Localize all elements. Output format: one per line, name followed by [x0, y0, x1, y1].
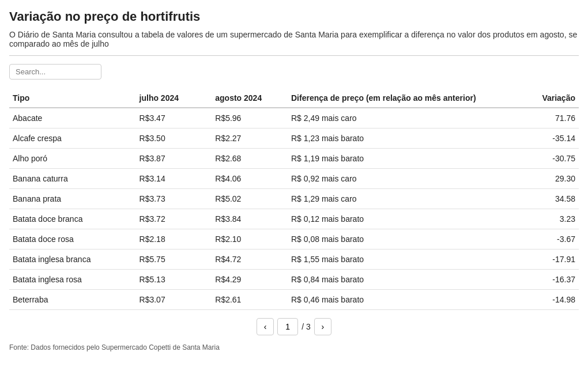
- search-wrap: [9, 64, 579, 80]
- cell-tipo: Alho poró: [9, 149, 136, 169]
- cell-tipo: Banana caturra: [9, 169, 136, 189]
- table-row: Batata inglesa rosaR$5.13R$4.29R$ 0,84 m…: [9, 270, 579, 290]
- cell-diferenca: R$ 1,23 mais barato: [288, 128, 503, 149]
- cell-diferenca: R$ 1,19 mais barato: [288, 149, 503, 169]
- col-header-agosto: agosto 2024: [212, 89, 288, 108]
- cell-tipo: Abacate: [9, 108, 136, 128]
- cell-variacao: 71.76: [503, 108, 579, 128]
- search-input[interactable]: [9, 64, 101, 80]
- cell-tipo: Banana prata: [9, 189, 136, 209]
- table-row: AbacateR$3.47R$5.96R$ 2,49 mais caro71.7…: [9, 108, 579, 128]
- table-row: Banana caturraR$3.14R$4.06R$ 0,92 mais c…: [9, 169, 579, 189]
- cell-variacao: 3.23: [503, 209, 579, 229]
- page-subtitle: O Diário de Santa Maria consultou a tabe…: [9, 30, 579, 56]
- table-row: Batata doce brancaR$3.72R$3.84R$ 0,12 ma…: [9, 209, 579, 229]
- cell-variacao: 34.58: [503, 189, 579, 209]
- cell-variacao: -17.91: [503, 249, 579, 270]
- cell-tipo: Batata inglesa rosa: [9, 270, 136, 290]
- col-header-julho: julho 2024: [136, 89, 212, 108]
- data-table: Tipo julho 2024 agosto 2024 Diferença de…: [9, 89, 579, 310]
- cell-diferenca: R$ 1,55 mais barato: [288, 249, 503, 270]
- cell-tipo: Batata doce branca: [9, 209, 136, 229]
- page-title: Variação no preço de hortifrutis: [9, 9, 579, 24]
- table-row: Alcafe crespaR$3.50R$2.27R$ 1,23 mais ba…: [9, 128, 579, 149]
- cell-diferenca: R$ 2,49 mais caro: [288, 108, 503, 128]
- col-header-variacao: Variação: [503, 89, 579, 108]
- cell-variacao: -14.98: [503, 290, 579, 310]
- cell-tipo: Beterraba: [9, 290, 136, 310]
- cell-agosto: R$3.84: [212, 209, 288, 229]
- table-row: Batata inglesa brancaR$5.75R$4.72R$ 1,55…: [9, 249, 579, 270]
- table-row: Banana prataR$3.73R$5.02R$ 1,29 mais car…: [9, 189, 579, 209]
- col-header-diferenca: Diferença de preço (em relação ao mês an…: [288, 89, 503, 108]
- cell-variacao: 29.30: [503, 169, 579, 189]
- pagination: ‹ / 3 ›: [9, 318, 579, 335]
- cell-julho: R$3.72: [136, 209, 212, 229]
- cell-diferenca: R$ 0,84 mais barato: [288, 270, 503, 290]
- table-row: Alho poróR$3.87R$2.68R$ 1,19 mais barato…: [9, 149, 579, 169]
- cell-diferenca: R$ 0,12 mais barato: [288, 209, 503, 229]
- cell-agosto: R$4.72: [212, 249, 288, 270]
- cell-tipo: Batata doce rosa: [9, 229, 136, 249]
- cell-diferenca: R$ 0,08 mais barato: [288, 229, 503, 249]
- cell-julho: R$3.14: [136, 169, 212, 189]
- table-row: BeterrabaR$3.07R$2.61R$ 0,46 mais barato…: [9, 290, 579, 310]
- cell-julho: R$3.73: [136, 189, 212, 209]
- cell-agosto: R$2.68: [212, 149, 288, 169]
- cell-variacao: -35.14: [503, 128, 579, 149]
- cell-variacao: -3.67: [503, 229, 579, 249]
- prev-page-button[interactable]: ‹: [257, 318, 274, 335]
- cell-tipo: Alcafe crespa: [9, 128, 136, 149]
- footer-source: Fonte: Dados fornecidos pelo Supermercad…: [9, 343, 579, 351]
- cell-agosto: R$2.27: [212, 128, 288, 149]
- table-header-row: Tipo julho 2024 agosto 2024 Diferença de…: [9, 89, 579, 108]
- cell-variacao: -30.75: [503, 149, 579, 169]
- cell-julho: R$3.87: [136, 149, 212, 169]
- cell-tipo: Batata inglesa branca: [9, 249, 136, 270]
- col-header-tipo: Tipo: [9, 89, 136, 108]
- cell-julho: R$3.07: [136, 290, 212, 310]
- page-number-input[interactable]: [277, 318, 298, 335]
- cell-agosto: R$5.02: [212, 189, 288, 209]
- cell-diferenca: R$ 0,46 mais barato: [288, 290, 503, 310]
- cell-diferenca: R$ 0,92 mais caro: [288, 169, 503, 189]
- cell-julho: R$5.75: [136, 249, 212, 270]
- cell-diferenca: R$ 1,29 mais caro: [288, 189, 503, 209]
- cell-agosto: R$2.10: [212, 229, 288, 249]
- cell-julho: R$3.47: [136, 108, 212, 128]
- page-separator: / 3: [301, 322, 311, 331]
- cell-agosto: R$4.06: [212, 169, 288, 189]
- next-page-button[interactable]: ›: [314, 318, 331, 335]
- cell-julho: R$5.13: [136, 270, 212, 290]
- cell-agosto: R$5.96: [212, 108, 288, 128]
- cell-agosto: R$4.29: [212, 270, 288, 290]
- cell-julho: R$2.18: [136, 229, 212, 249]
- cell-julho: R$3.50: [136, 128, 212, 149]
- table-row: Batata doce rosaR$2.18R$2.10R$ 0,08 mais…: [9, 229, 579, 249]
- cell-variacao: -16.37: [503, 270, 579, 290]
- cell-agosto: R$2.61: [212, 290, 288, 310]
